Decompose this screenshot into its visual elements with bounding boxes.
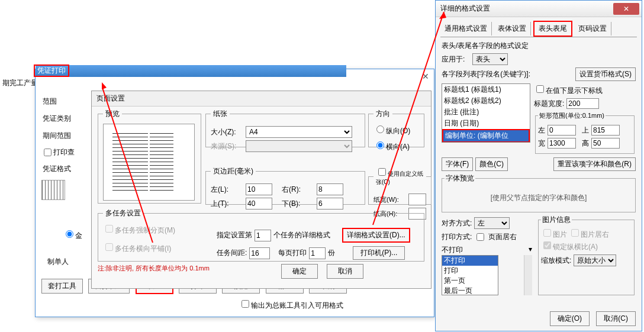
dlg3-ok-button[interactable]: 确定(O) (550, 311, 590, 326)
tile-label: 多任务横向平铺(I) (115, 244, 171, 253)
tool-button[interactable]: 套打工具 (41, 279, 83, 294)
spec-label: 指定设置第 (217, 230, 252, 240)
reset-button[interactable]: 重置该项字体和颜色(R) (553, 157, 636, 171)
copies-label: 份 (328, 248, 335, 258)
field-item[interactable]: 日期 (日期) (442, 118, 530, 129)
font-button[interactable]: 字体(F) (442, 157, 473, 171)
mt-input[interactable] (246, 198, 272, 209)
color-button[interactable]: 颜色(C) (475, 157, 508, 171)
pw-label: 纸宽(W): (373, 195, 406, 204)
tab-body[interactable]: 表体设置 (494, 22, 531, 36)
tw-input[interactable] (566, 98, 599, 109)
force-label: 多任务强制分页(M) (115, 226, 175, 234)
printopt-item[interactable]: 最后一页 (442, 286, 498, 295)
rect-fieldset: 矩形范围(单位:0.1mm) 左上 宽高 (535, 111, 635, 154)
landscape-label: 横向(A) (386, 143, 410, 151)
fontprev-fieldset: 字体预览 [使用父节点指定的字体和颜色] (442, 173, 636, 212)
dlg3-close-icon[interactable]: ✕ (613, 3, 639, 15)
dlg3-titlebar[interactable]: 详细的格式设置 ✕ (436, 1, 642, 17)
preview-fieldset: 预览 (98, 109, 201, 204)
scope-label: 范围 (41, 93, 83, 110)
chevron-down-icon: ▾ (529, 245, 532, 253)
margins-legend: 页边距(毫米) (211, 166, 256, 176)
applyto-label: 应用于: (442, 54, 470, 65)
preview-legend: 预览 (103, 109, 122, 119)
spec-suf: 个任务的详细格式 (273, 230, 330, 240)
rect-legend: 矩形范围(单位:0.1mm) (538, 111, 606, 120)
field-item[interactable]: 批注 (批注) (442, 107, 530, 118)
direction-fieldset: 方向 纵向(O) 横向(A) (368, 109, 424, 147)
ml-input[interactable] (246, 183, 272, 195)
field-item[interactable]: 标题线1 (标题线1) (442, 84, 530, 95)
portrait-label: 纵向(O) (386, 127, 410, 135)
vfmt-label: 凭证格式 (41, 160, 83, 178)
pageright-cb[interactable] (476, 233, 484, 241)
printer-button[interactable]: 打印机(P)... (353, 246, 405, 260)
dlg2-title: 页面设置 (92, 91, 431, 107)
currency-button[interactable]: 设置货币格式(S) (575, 67, 636, 81)
tab-header[interactable]: 表头表尾 (533, 21, 572, 37)
size-select[interactable]: A4 (246, 126, 352, 138)
align-select[interactable]: 左 (474, 217, 510, 229)
rh-input[interactable] (591, 138, 620, 149)
mb-input[interactable] (317, 198, 343, 209)
perpage-input[interactable] (309, 247, 326, 259)
source-select (246, 140, 352, 152)
zoom-select[interactable]: 原始大小 (574, 254, 616, 266)
tw-label: 标题宽度: (534, 99, 564, 109)
rl-input[interactable] (548, 125, 576, 136)
detail-button[interactable]: 详细格式设置(D)... (342, 228, 410, 243)
size-label: 大小(Z): (211, 127, 243, 137)
pm-label: 打印方式: (442, 232, 472, 242)
mr-input[interactable] (317, 183, 343, 195)
custom-paper-cb[interactable] (378, 168, 386, 176)
voucher-print-title: 凭证打印 (34, 65, 69, 77)
spec-input[interactable] (255, 230, 271, 241)
fontprev-legend: 字体预览 (445, 173, 475, 183)
haspic-label: 图片 (553, 230, 567, 238)
paper-fieldset: 纸张 大小(Z):A4 来源(S): (205, 109, 365, 147)
output-format-checkbox[interactable] (242, 300, 249, 308)
printopt-item[interactable]: 打印 (442, 266, 498, 276)
rw-input[interactable] (548, 138, 576, 149)
multitask-fieldset: 多任务设置 多任务强制分页(M) 多任务横向平铺(I) 指定设置第 个任务的详细… (98, 208, 424, 262)
align-label: 对齐方式: (442, 218, 472, 228)
mb-label: 下(B): (282, 199, 314, 209)
picinfo-fieldset: 图片信息 图片 图片居右 锁定纵横比(A) 缩放模式:原始大小 (538, 215, 635, 295)
dlg1-titlebar[interactable]: 凭证打印 (36, 65, 346, 77)
interval-input[interactable] (249, 247, 270, 259)
rw-label: 宽 (538, 138, 546, 149)
printmode-dropdown[interactable]: 不打印 打印 第一页 最后一页 除第一页 (442, 255, 498, 295)
zoom-label: 缩放模式: (541, 256, 571, 266)
field-item-selected[interactable]: 编制单位: (编制单位 (442, 129, 530, 143)
printmode-select[interactable]: 不打印▾ (442, 245, 532, 255)
fieldlist-label: 各字段列表[字段名(关键字)]: (442, 69, 530, 79)
field-item[interactable]: 标题线2 (标题线2) (442, 95, 530, 107)
preview-image (103, 124, 195, 201)
dlg3-cancel-button[interactable]: 取消(C) (596, 311, 636, 326)
note-text: 注:除非注明, 所有长度单位均为 0.1mm (98, 264, 210, 273)
voucher-print-dialog: 凭证打印 ✕ 范围 凭证类别 期间范围 打印查 凭证格式 金 制单人 套打工具 … (35, 69, 434, 317)
field-listbox[interactable]: 标题线1 (标题线1) 标题线2 (标题线2) 批注 (批注) 日期 (日期) … (442, 83, 530, 143)
pic-legend: 图片信息 (541, 215, 572, 225)
gold-radio[interactable] (66, 230, 73, 238)
detail-format-dialog: 详细的格式设置 ✕ 通用格式设置 表体设置 表头表尾 页码设置 表头/表尾各字段… (435, 0, 642, 331)
tab-page[interactable]: 页码设置 (574, 22, 611, 36)
dlg2-cancel-button[interactable]: 取消 (327, 264, 363, 279)
dlg2-ok-button[interactable]: 确定 (281, 264, 318, 279)
rl-label: 左 (538, 125, 546, 136)
pageright-label: 页面居右 (488, 232, 517, 242)
printopt-item[interactable]: 不打印 (442, 256, 498, 266)
landscape-radio[interactable] (376, 141, 384, 149)
printopt-item[interactable]: 第一页 (442, 276, 498, 286)
applyto-select[interactable]: 表头 (472, 53, 508, 65)
fontprev-text: [使用父节点指定的字体和颜色] (445, 186, 633, 209)
rt-input[interactable] (591, 125, 620, 136)
pw-input[interactable] (408, 194, 426, 205)
lock-cb (543, 241, 551, 249)
printq-checkbox[interactable] (44, 149, 51, 156)
tab-general[interactable]: 通用格式设置 (440, 22, 492, 36)
custom-paper-fieldset: 使用自定义纸张(C) 纸宽(W): 纸高(H): (368, 166, 432, 205)
portrait-radio[interactable] (376, 125, 384, 133)
showsub-cb[interactable] (536, 85, 544, 93)
